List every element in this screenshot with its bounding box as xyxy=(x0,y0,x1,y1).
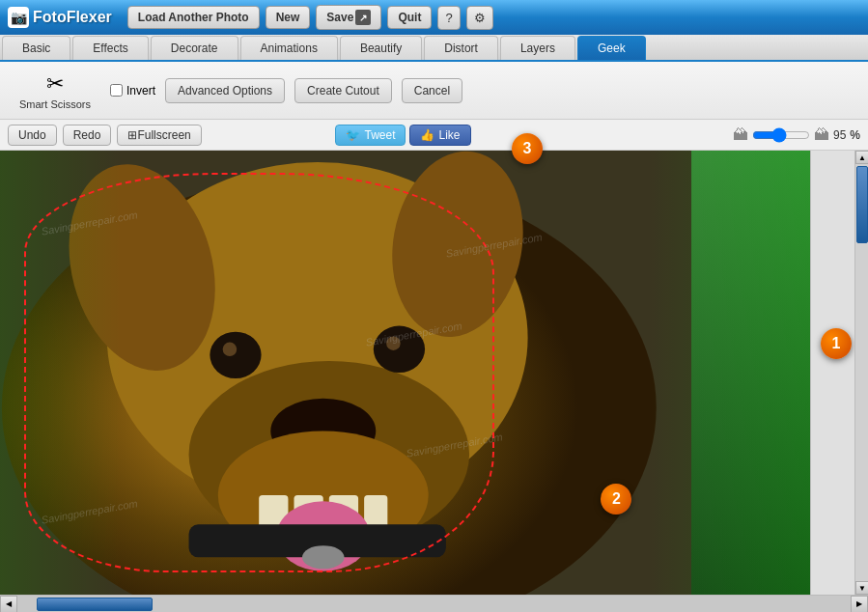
toolbar: ✂ Smart Scissors Invert Advanced Options… xyxy=(0,62,868,120)
actionbar: Undo Redo ⊞Fullscreen 🐦 Tweet 👍 Like 🏔 🏔… xyxy=(0,120,868,151)
cancel-button[interactable]: Cancel xyxy=(402,78,462,103)
scroll-down-arrow[interactable]: ▼ xyxy=(855,581,868,595)
invert-label: Invert xyxy=(126,84,155,97)
tabbar: Basic Effects Decorate Animations Beauti… xyxy=(0,35,868,62)
svg-point-16 xyxy=(386,336,401,350)
settings-button[interactable]: ⚙ xyxy=(466,6,493,30)
advanced-options-button[interactable]: Advanced Options xyxy=(165,78,285,103)
zoom-in-icon: 🏔 xyxy=(814,126,829,144)
main-content: Savingperrepair.com Savingperrepair.com … xyxy=(0,151,868,595)
zoom-unit: % xyxy=(850,128,860,142)
scroll-thumb-horizontal[interactable] xyxy=(37,598,153,611)
svg-point-20 xyxy=(302,545,345,569)
svg-rect-11 xyxy=(364,495,387,528)
smart-scissors-area: ✂ Smart Scissors xyxy=(19,71,91,110)
external-link-icon: ↗ xyxy=(355,10,371,25)
logo-icon: 📷 xyxy=(8,7,29,28)
tab-basic[interactable]: Basic xyxy=(2,36,70,60)
tab-effects[interactable]: Effects xyxy=(72,36,148,60)
zoom-area: 🏔 🏔 95 % xyxy=(733,126,860,144)
tab-geek[interactable]: Geek xyxy=(577,36,646,60)
like-button[interactable]: 👍 Like xyxy=(409,125,470,146)
tab-decorate[interactable]: Decorate xyxy=(151,36,238,60)
svg-point-13 xyxy=(210,332,261,378)
logo-text: FotoFlexer xyxy=(33,9,112,26)
toolbar-options: Invert Advanced Options Create Cutout Ca… xyxy=(110,78,462,103)
svg-point-14 xyxy=(374,326,425,373)
topbar: 📷 FotoFlexer Load Another Photo New Save… xyxy=(0,0,868,35)
invert-checkbox-area: Invert xyxy=(110,84,155,97)
thumbs-up-icon: 👍 xyxy=(420,128,434,142)
logo-area: 📷 FotoFlexer xyxy=(8,7,112,28)
help-button[interactable]: ? xyxy=(437,6,460,30)
fullscreen-button[interactable]: ⊞Fullscreen xyxy=(117,125,201,146)
tab-distort[interactable]: Distort xyxy=(424,36,498,60)
scissors-icon: ✂ xyxy=(46,71,64,97)
tweet-button[interactable]: 🐦 Tweet xyxy=(335,125,406,146)
dog-photo xyxy=(0,151,810,595)
zoom-value: 95 xyxy=(833,128,846,142)
svg-point-15 xyxy=(223,343,238,357)
right-panel: 1 ▲ ▼ xyxy=(810,151,868,595)
vertical-scrollbar[interactable]: ▲ ▼ xyxy=(854,151,868,595)
invert-checkbox[interactable] xyxy=(110,84,123,97)
tab-layers[interactable]: Layers xyxy=(500,36,575,60)
twitter-icon: 🐦 xyxy=(346,128,360,142)
scroll-up-arrow[interactable]: ▲ xyxy=(855,151,868,164)
canvas-area[interactable]: Savingperrepair.com Savingperrepair.com … xyxy=(0,151,810,595)
tab-beautify[interactable]: Beautify xyxy=(340,36,422,60)
zoom-slider[interactable] xyxy=(752,127,810,143)
scroll-right-arrow[interactable]: ▶ xyxy=(851,596,868,613)
new-button[interactable]: New xyxy=(266,6,311,29)
photo-container: Savingperrepair.com Savingperrepair.com … xyxy=(0,151,810,595)
bottom-scrollbar[interactable]: ◀ ▶ xyxy=(0,595,868,612)
social-area: 🐦 Tweet 👍 Like xyxy=(335,125,470,146)
number-circle-1: 1 xyxy=(821,328,852,359)
redo-button[interactable]: Redo xyxy=(63,125,112,146)
zoom-out-icon: 🏔 xyxy=(733,126,748,144)
save-button[interactable]: Save ↗ xyxy=(316,5,381,30)
load-another-photo-button[interactable]: Load Another Photo xyxy=(127,6,260,29)
scroll-track[interactable] xyxy=(17,596,851,613)
undo-button[interactable]: Undo xyxy=(8,125,57,146)
smart-scissors-label: Smart Scissors xyxy=(19,98,91,110)
scroll-thumb[interactable] xyxy=(856,166,868,243)
quit-button[interactable]: Quit xyxy=(387,6,432,29)
create-cutout-button[interactable]: Create Cutout xyxy=(294,78,392,103)
scroll-left-arrow[interactable]: ◀ xyxy=(0,596,17,613)
svg-rect-2 xyxy=(691,151,810,595)
tab-animations[interactable]: Animations xyxy=(240,36,338,60)
